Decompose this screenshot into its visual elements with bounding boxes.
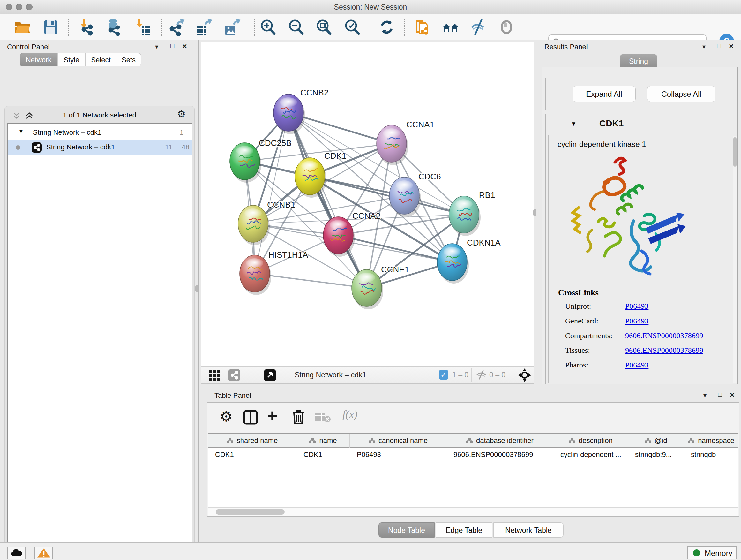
hide-unhide-icon[interactable] bbox=[469, 18, 488, 37]
right-splitter-handle[interactable] bbox=[533, 209, 536, 216]
tab-select[interactable]: Select bbox=[85, 53, 116, 66]
cloud-status-button[interactable] bbox=[7, 547, 25, 559]
network-status-dot bbox=[16, 145, 20, 150]
network-overview-icon[interactable] bbox=[228, 369, 240, 381]
results-tab-string[interactable]: String bbox=[620, 54, 657, 68]
edge-HIST1H1A-CCNE1[interactable] bbox=[255, 273, 367, 288]
expand-all-networks-icon[interactable] bbox=[24, 111, 34, 120]
column-header-id[interactable]: @id bbox=[628, 434, 684, 448]
show-graphics-details-icon[interactable] bbox=[497, 18, 516, 37]
tab-style[interactable]: Style bbox=[57, 53, 85, 66]
column-header-description[interactable]: description bbox=[553, 434, 628, 448]
function-builder-icon[interactable]: f(x) bbox=[342, 408, 357, 421]
table-cell[interactable]: cyclin-dependent ... bbox=[553, 448, 628, 462]
column-header-name[interactable]: name bbox=[296, 434, 350, 448]
gene-collapse-icon[interactable]: ▼ bbox=[570, 120, 577, 127]
results-panel-close-icon[interactable]: ✕ bbox=[729, 43, 734, 50]
export-network-icon[interactable] bbox=[167, 18, 185, 37]
crosslink-link[interactable]: P06493 bbox=[625, 317, 649, 325]
collection-expand-icon[interactable]: ▼ bbox=[18, 128, 24, 135]
grid-view-icon[interactable] bbox=[208, 369, 220, 381]
table-row[interactable]: CDK1CDK1P064939606.ENSP00000378699cyclin… bbox=[208, 448, 738, 462]
export-image-icon[interactable] bbox=[222, 18, 241, 37]
results-panel-float-icon[interactable]: □ bbox=[717, 42, 721, 50]
birdseye-view-icon[interactable] bbox=[264, 369, 276, 381]
results-scrollbar-thumb[interactable] bbox=[733, 137, 737, 167]
open-session-icon[interactable] bbox=[13, 18, 32, 37]
zoom-fit-icon[interactable] bbox=[314, 18, 333, 37]
table-cell[interactable]: CDK1 bbox=[296, 448, 350, 462]
delete-columns-icon[interactable] bbox=[291, 409, 306, 425]
collapse-all-networks-icon[interactable] bbox=[12, 111, 21, 120]
column-header-sharedname[interactable]: shared name bbox=[208, 434, 296, 448]
hidden-eye-icon[interactable] bbox=[475, 370, 487, 380]
column-type-icon bbox=[466, 437, 473, 444]
network-options-gear-icon[interactable]: ⚙ bbox=[177, 108, 186, 120]
crosslink-link[interactable]: 9606.ENSP00000378699 bbox=[625, 331, 703, 340]
node-label-CCNB2: CCNB2 bbox=[300, 88, 328, 98]
warning-status-button[interactable] bbox=[35, 547, 53, 559]
column-header-canonicalname[interactable]: canonical name bbox=[350, 434, 447, 448]
crosslink-link[interactable]: P06493 bbox=[625, 302, 649, 311]
column-type-icon bbox=[368, 437, 375, 444]
export-table-icon[interactable] bbox=[194, 18, 213, 37]
results-buttons-bar: Expand All Collapse All bbox=[545, 78, 734, 110]
table-cell[interactable]: stringdb bbox=[684, 448, 738, 462]
show-columns-icon[interactable] bbox=[243, 410, 258, 425]
edge-CCNB2-CCNE1[interactable] bbox=[288, 113, 367, 288]
zoom-selected-icon[interactable] bbox=[343, 18, 361, 37]
table-cell[interactable]: stringdb:9... bbox=[628, 448, 684, 462]
home-networks-icon[interactable] bbox=[441, 18, 460, 37]
node-label-CDC25B: CDC25B bbox=[259, 138, 292, 148]
table-panel-close-icon[interactable]: ✕ bbox=[730, 391, 735, 399]
string-network-icon bbox=[31, 142, 42, 152]
selected-nodes-checkbox[interactable]: ✓ bbox=[439, 370, 448, 380]
save-session-icon[interactable] bbox=[42, 18, 60, 37]
table-panel-float-icon[interactable]: □ bbox=[718, 391, 722, 398]
table-panel-collapse-icon[interactable]: ▾ bbox=[703, 391, 706, 399]
refresh-icon[interactable] bbox=[378, 18, 396, 37]
import-network-from-database-icon[interactable] bbox=[105, 18, 123, 37]
left-splitter-handle[interactable] bbox=[195, 285, 199, 292]
column-header-databaseidentifier[interactable]: database identifier bbox=[447, 434, 553, 448]
column-header-namespace[interactable]: namespace bbox=[684, 434, 738, 448]
control-panel-close-icon[interactable]: ✕ bbox=[182, 43, 187, 50]
crosslink-link[interactable]: P06493 bbox=[625, 361, 649, 369]
table-cell[interactable]: 9606.ENSP00000378699 bbox=[447, 448, 553, 462]
tab-network[interactable]: Network bbox=[20, 53, 57, 66]
delete-table-icon[interactable] bbox=[314, 412, 332, 423]
results-scrollbar[interactable] bbox=[733, 136, 737, 383]
import-table-icon[interactable] bbox=[133, 18, 152, 37]
table-cell[interactable]: CDK1 bbox=[208, 448, 296, 462]
table-hscrollbar[interactable] bbox=[208, 507, 738, 516]
control-panel-float-icon[interactable]: □ bbox=[171, 42, 174, 50]
control-panel-collapse-icon[interactable]: ▾ bbox=[155, 43, 158, 51]
edge-CCNB2-HIST1H1A[interactable] bbox=[255, 113, 288, 273]
network-canvas[interactable]: CCNB2CCNA1CDC25BCDK1CDC6RB1CCNB1CCNA2CDK… bbox=[201, 42, 534, 366]
results-panel-title: Results Panel bbox=[544, 43, 588, 51]
tab-edge-table[interactable]: Edge Table bbox=[436, 522, 492, 538]
tab-node-table[interactable]: Node Table bbox=[379, 522, 434, 538]
expand-all-button[interactable]: Expand All bbox=[572, 86, 636, 102]
create-column-icon[interactable]: + bbox=[267, 405, 278, 426]
table-hscrollbar-thumb[interactable] bbox=[216, 509, 285, 515]
fit-selected-icon[interactable] bbox=[518, 368, 531, 382]
collection-label: String Network – cdk1 bbox=[33, 128, 102, 137]
network-row[interactable]: String Network – cdk1 11 48 bbox=[8, 140, 192, 155]
table-cell[interactable]: P06493 bbox=[350, 448, 447, 462]
network-view-title: String Network – cdk1 bbox=[294, 371, 366, 379]
memory-button[interactable]: Memory bbox=[687, 546, 737, 559]
control-panel-title: Control Panel bbox=[7, 43, 50, 51]
import-network-icon[interactable] bbox=[77, 18, 96, 37]
tab-sets[interactable]: Sets bbox=[116, 53, 141, 66]
table-settings-gear-icon[interactable]: ⚙ bbox=[220, 408, 232, 425]
results-panel-collapse-icon[interactable]: ▾ bbox=[702, 43, 705, 51]
network-label: String Network – cdk1 bbox=[46, 143, 115, 151]
collapse-all-button[interactable]: Collapse All bbox=[647, 86, 716, 102]
crosslink-link[interactable]: 9606.ENSP00000378699 bbox=[625, 346, 703, 355]
network-collection-row[interactable]: ▼ String Network – cdk1 1 bbox=[8, 125, 192, 140]
zoom-out-icon[interactable] bbox=[286, 18, 305, 37]
tab-network-table[interactable]: Network Table bbox=[493, 522, 563, 538]
copy-network-style-icon[interactable] bbox=[413, 18, 432, 37]
zoom-in-icon[interactable] bbox=[259, 18, 277, 37]
